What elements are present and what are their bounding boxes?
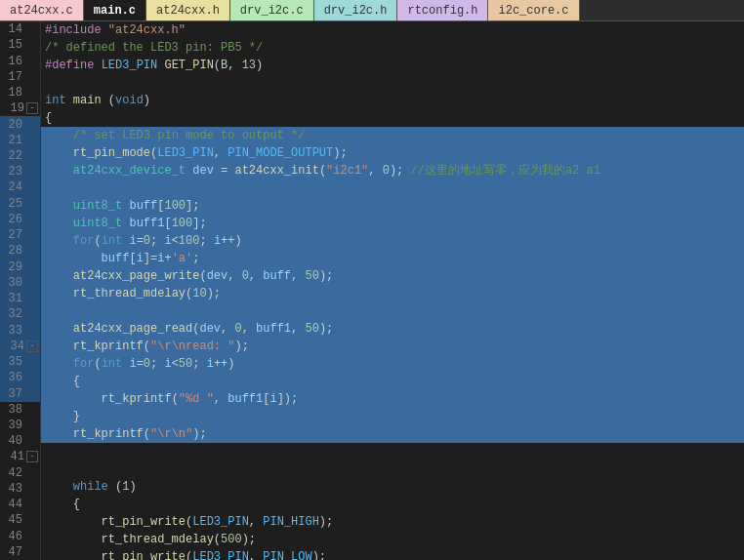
gutter-line-40: 40 bbox=[0, 433, 40, 449]
line-num-27: 27 bbox=[1, 228, 22, 242]
gutter-line-21: 21 bbox=[0, 133, 40, 148]
code-line-35: rt_kprintf("%d ", buff1[i]); bbox=[41, 390, 744, 408]
tab-main-c[interactable]: main.c bbox=[84, 0, 146, 20]
code-line-24: uint8_t buff[100]; bbox=[41, 197, 744, 215]
line-num-36: 36 bbox=[1, 371, 22, 384]
line-num-37: 37 bbox=[1, 387, 22, 401]
fold-icon-41[interactable]: - bbox=[26, 451, 38, 462]
gutter-line-30: 30 bbox=[0, 275, 40, 291]
code-line-16: #define LED3_PIN GET_PIN(B, 13) bbox=[41, 57, 744, 74]
gutter-line-37: 37 bbox=[0, 385, 40, 401]
tab-at24cxx-c[interactable]: at24cxx.c bbox=[0, 0, 84, 20]
line-num-17: 17 bbox=[1, 70, 22, 84]
line-num-40: 40 bbox=[1, 434, 22, 448]
line-num-19: 19 bbox=[3, 101, 24, 115]
line-num-14: 14 bbox=[1, 22, 22, 36]
gutter-line-15: 15 bbox=[0, 37, 40, 53]
code-line-23 bbox=[41, 180, 744, 197]
editor-window: at24cxx.c main.c at24cxx.h drv_i2c.c drv… bbox=[0, 0, 744, 560]
tab-drv-i2c-h[interactable]: drv_i2c.h bbox=[314, 0, 398, 20]
gutter-line-27: 27 bbox=[0, 227, 40, 243]
code-line-32: rt_kprintf("\r\nread: "); bbox=[41, 338, 744, 355]
code-line-38 bbox=[41, 443, 744, 460]
line-num-30: 30 bbox=[1, 276, 22, 290]
code-line-29: rt_thread_mdelay(10); bbox=[41, 285, 744, 302]
code-line-15: /* defined the LED3 pin: PB5 */ bbox=[41, 39, 744, 57]
gutter-line-14: 14 bbox=[0, 21, 40, 37]
line-num-44: 44 bbox=[1, 498, 22, 511]
line-num-28: 28 bbox=[1, 244, 22, 258]
gutter-line-18: 18 bbox=[0, 85, 40, 100]
code-line-44: rt_pin_write(LED3_PIN, PIN_LOW); bbox=[41, 548, 744, 560]
code-line-18: int main (void) bbox=[41, 92, 744, 109]
line-num-34: 34 bbox=[3, 340, 24, 353]
fold-icon-34[interactable]: - bbox=[26, 340, 38, 352]
gutter-line-34[interactable]: 34 - bbox=[0, 339, 40, 354]
gutter-line-47: 47 bbox=[0, 544, 40, 560]
fold-icon-19[interactable]: - bbox=[26, 102, 38, 114]
gutter-line-32: 32 bbox=[0, 306, 40, 322]
code-line-41: { bbox=[41, 496, 744, 513]
gutter-line-25: 25 bbox=[0, 196, 40, 212]
gutter-line-36: 36 bbox=[0, 370, 40, 385]
gutter-line-29: 29 bbox=[0, 260, 40, 275]
line-num-18: 18 bbox=[1, 86, 22, 100]
line-num-15: 15 bbox=[1, 38, 22, 52]
line-num-21: 21 bbox=[1, 134, 22, 147]
line-num-35: 35 bbox=[1, 355, 22, 369]
gutter-line-22: 22 bbox=[0, 148, 40, 164]
code-line-42: rt_pin_write(LED3_PIN, PIN_HIGH); bbox=[41, 513, 744, 531]
gutter-line-44: 44 bbox=[0, 497, 40, 512]
gutter-line-16: 16 bbox=[0, 53, 40, 68]
line-num-32: 32 bbox=[1, 307, 22, 321]
gutter-line-19[interactable]: 19 - bbox=[0, 100, 40, 116]
code-line-39 bbox=[41, 460, 744, 478]
gutter: 14 15 16 17 18 bbox=[0, 21, 41, 560]
gutter-line-24: 24 bbox=[0, 180, 40, 195]
line-num-47: 47 bbox=[1, 545, 22, 559]
code-line-19: { bbox=[41, 109, 744, 127]
code-area[interactable]: #include "at24cxx.h" /* defined the LED3… bbox=[41, 21, 744, 560]
code-line-27: buff[i]=i+'a'; bbox=[41, 250, 744, 267]
gutter-line-33: 33 bbox=[0, 322, 40, 338]
line-num-39: 39 bbox=[1, 419, 22, 432]
gutter-line-41[interactable]: 41 - bbox=[0, 449, 40, 464]
line-num-45: 45 bbox=[1, 513, 22, 527]
line-num-46: 46 bbox=[1, 530, 22, 543]
code-line-17 bbox=[41, 74, 744, 92]
line-num-23: 23 bbox=[1, 165, 22, 179]
code-line-37: rt_kprintf("\r\n"); bbox=[41, 425, 744, 443]
tab-drv-i2c-c[interactable]: drv_i2c.c bbox=[230, 0, 314, 20]
code-line-34: { bbox=[41, 373, 744, 390]
code-line-33: for(int i=0; i<50; i++) bbox=[41, 355, 744, 373]
line-num-31: 31 bbox=[1, 292, 22, 305]
code-line-30 bbox=[41, 302, 744, 320]
line-num-43: 43 bbox=[1, 482, 22, 496]
line-num-41: 41 bbox=[3, 450, 24, 463]
tab-rtconfig-h[interactable]: rtconfig.h bbox=[397, 0, 488, 20]
editor-body: 14 15 16 17 18 bbox=[0, 21, 744, 560]
tab-at24cxx-h[interactable]: at24cxx.h bbox=[146, 0, 230, 20]
gutter-line-26: 26 bbox=[0, 212, 40, 227]
code-line-40: while (1) bbox=[41, 478, 744, 496]
line-num-29: 29 bbox=[1, 260, 22, 274]
code-line-22: at24cxx_device_t dev = at24cxx_init("i2c… bbox=[41, 162, 744, 180]
line-num-38: 38 bbox=[1, 403, 22, 417]
code-line-25: uint8_t buff1[100]; bbox=[41, 215, 744, 232]
tab-bar: at24cxx.c main.c at24cxx.h drv_i2c.c drv… bbox=[0, 0, 744, 21]
code-line-14: #include "at24cxx.h" bbox=[41, 21, 744, 39]
gutter-line-38: 38 bbox=[0, 402, 40, 418]
line-num-25: 25 bbox=[1, 197, 22, 211]
line-num-22: 22 bbox=[1, 149, 22, 163]
line-num-26: 26 bbox=[1, 213, 22, 226]
code-line-43: rt_thread_mdelay(500); bbox=[41, 531, 744, 548]
line-num-20: 20 bbox=[1, 118, 22, 132]
gutter-line-17: 17 bbox=[0, 69, 40, 85]
gutter-line-28: 28 bbox=[0, 243, 40, 259]
tab-i2c-core-c[interactable]: i2c_core.c bbox=[488, 0, 579, 20]
gutter-line-31: 31 bbox=[0, 291, 40, 306]
gutter-line-46: 46 bbox=[0, 529, 40, 544]
code-line-20: /* set LED3 pin mode to output */ bbox=[41, 127, 744, 144]
gutter-line-35: 35 bbox=[0, 354, 40, 370]
gutter-line-23: 23 bbox=[0, 164, 40, 180]
